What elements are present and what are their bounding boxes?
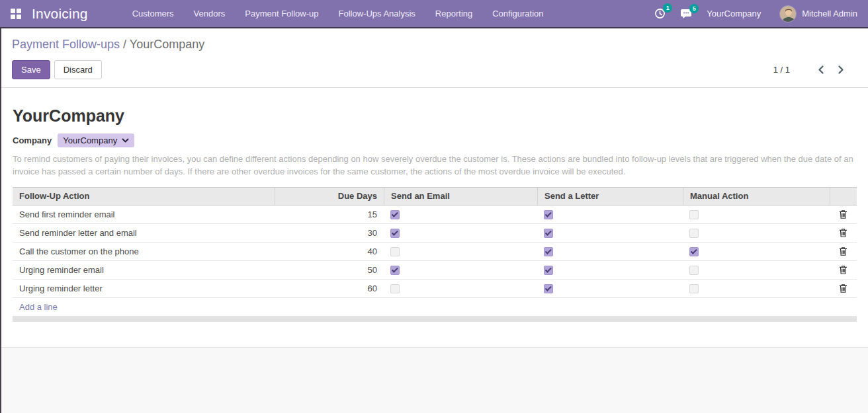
breadcrumb-payment-followups[interactable]: Payment Follow-ups [12,38,120,51]
discard-button[interactable]: Discard [54,60,102,79]
delete-row-button[interactable] [839,228,847,238]
manual-action-checkbox[interactable] [689,210,699,219]
apps-menu-icon[interactable] [11,9,21,19]
send-letter-checkbox[interactable] [544,266,553,275]
page-title: YourCompany [13,106,857,126]
user-menu[interactable]: Mitchell Admin [802,9,857,19]
column-header-send-a-letter[interactable]: Send a Letter [537,188,683,205]
row-actions-cell [830,243,857,260]
send-email-cell [384,280,537,297]
delete-row-button[interactable] [839,209,847,219]
list-body: Send first reminder email 15 Send remind… [13,206,857,298]
send-letter-cell [537,224,683,242]
table-row: Urging reminder letter 60 [13,280,857,298]
row-actions-cell [830,224,857,242]
send-email-checkbox[interactable] [390,210,400,219]
table-row: Urging reminder email 50 [13,261,857,280]
company-select[interactable]: YourCompany [58,133,134,147]
send-letter-checkbox[interactable] [544,210,553,219]
nav-menu-vendors[interactable]: Vendors [184,0,236,27]
send-email-checkbox[interactable] [390,247,400,256]
page-body: Payment Follow-ups / YourCompany Save Di… [0,28,868,413]
due-days-cell[interactable]: 15 [275,206,384,223]
send-letter-cell [537,206,683,223]
manual-action-cell [683,224,830,242]
send-letter-checkbox[interactable] [544,229,553,238]
manual-action-cell [683,243,830,260]
send-letter-checkbox[interactable] [544,284,553,293]
followup-action-cell[interactable]: Send reminder letter and email [13,224,275,242]
messages-menu[interactable]: 5 [680,9,692,19]
nav-menu-payment-follow-up[interactable]: Payment Follow-up [235,0,328,27]
navbar-right: 1 5 YourCompany Mitchell Admin [654,5,857,22]
trash-icon [839,283,847,293]
table-row: Send reminder letter and email 30 [13,224,857,243]
due-days-cell[interactable]: 50 [275,261,384,279]
manual-action-checkbox[interactable] [689,266,699,275]
trash-icon [839,209,847,219]
trash-icon [839,246,847,256]
table-row: Send first reminder email 15 [13,206,857,224]
control-panel: Payment Follow-ups / YourCompany Save Di… [1,28,868,88]
trash-icon [839,228,847,238]
company-switcher[interactable]: YourCompany [707,9,761,19]
activities-menu[interactable]: 1 [654,8,666,19]
manual-action-checkbox[interactable] [689,284,699,293]
avatar[interactable] [779,5,797,22]
delete-row-button[interactable] [839,265,847,275]
followup-action-cell[interactable]: Send first reminder email [13,206,275,223]
row-actions-cell [830,206,857,223]
manual-action-checkbox[interactable] [689,229,699,238]
manual-action-cell [683,280,830,297]
row-actions-cell [830,280,857,297]
followup-action-cell[interactable]: Call the customer on the phone [13,243,275,260]
pager-next-button[interactable] [834,64,848,75]
send-email-checkbox[interactable] [390,266,400,275]
send-email-checkbox[interactable] [390,229,400,238]
followup-lines-table: Follow-Up Action Due Days Send an Email … [13,187,857,322]
due-days-cell[interactable]: 40 [275,243,384,260]
control-panel-buttons: Save Discard 1 / 1 [12,60,857,79]
nav-menus: CustomersVendorsPayment Follow-upFollow-… [122,0,554,27]
table-row: Call the customer on the phone 40 [13,243,857,261]
pager: 1 / 1 [773,64,848,75]
send-email-cell [384,243,537,260]
row-actions-cell [830,261,857,279]
column-header-followup-action[interactable]: Follow-Up Action [13,188,275,205]
chevron-down-icon [122,138,129,143]
add-a-line-link[interactable]: Add a line [19,298,58,316]
send-email-cell [384,206,537,223]
followup-action-cell[interactable]: Urging reminder letter [13,280,275,297]
followup-form: YourCompany Company YourCompany To remin… [1,88,868,348]
activity-count-badge: 1 [663,3,672,13]
column-header-manual-action[interactable]: Manual Action [683,188,830,205]
send-letter-cell [537,243,683,260]
send-letter-checkbox[interactable] [544,247,553,256]
nav-menu-configuration[interactable]: Configuration [482,0,553,27]
company-field-row: Company YourCompany [13,133,857,147]
delete-row-button[interactable] [839,283,847,293]
company-select-value: YourCompany [63,135,117,145]
breadcrumb-separator: / [123,38,126,51]
followup-action-cell[interactable]: Urging reminder email [13,261,275,279]
nav-menu-customers[interactable]: Customers [122,0,184,27]
column-header-send-an-email[interactable]: Send an Email [384,188,537,205]
pager-previous-button[interactable] [814,64,828,75]
save-button[interactable]: Save [12,60,50,79]
due-days-cell[interactable]: 30 [275,224,384,242]
due-days-cell[interactable]: 60 [275,280,384,297]
send-email-checkbox[interactable] [390,284,400,293]
column-header-due-days[interactable]: Due Days [275,188,384,205]
delete-row-button[interactable] [839,246,847,256]
send-letter-cell [537,261,683,279]
followup-help-text: To remind customers of paying their invo… [13,153,857,178]
breadcrumb-current: YourCompany [130,38,204,51]
send-email-cell [384,224,537,242]
app-title[interactable]: Invoicing [32,6,88,22]
nav-menu-follow-ups-analysis[interactable]: Follow-Ups Analysis [329,0,425,27]
pager-value: 1 / 1 [773,65,790,75]
nav-menu-reporting[interactable]: Reporting [425,0,482,27]
trash-icon [839,265,847,275]
company-label: Company [13,135,52,145]
manual-action-checkbox[interactable] [689,247,699,256]
